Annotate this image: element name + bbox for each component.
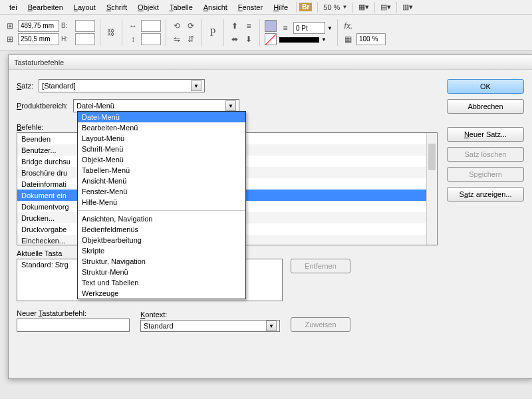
view-mode-1[interactable]: ▦▾ — [356, 3, 372, 11]
dropdown-option[interactable]: Datei-Menü — [78, 112, 245, 122]
neuer-satz-button[interactable]: Neuer Satz... — [447, 127, 524, 142]
dialog-title: Tastaturbefehle — [9, 55, 532, 70]
satz-label: Satz: — [17, 82, 33, 90]
menu-ansicht[interactable]: Ansicht — [198, 1, 233, 13]
dropdown-option[interactable]: Skripte — [78, 245, 245, 256]
rotate-cw-icon[interactable]: ⟳ — [185, 20, 197, 32]
produktbereich-dropdown[interactable]: Datei-Menü ▼ — [73, 99, 239, 112]
speichern-button[interactable]: Speichern — [447, 167, 524, 182]
y-pos-field[interactable]: 250,5 mm — [18, 33, 59, 45]
satz-dropdown[interactable]: [Standard] ▼ — [39, 79, 205, 92]
scrollbar-thumb[interactable] — [428, 144, 436, 170]
dropdown-option[interactable]: Ansicht-Menü — [78, 176, 245, 186]
options-divider — [78, 210, 245, 211]
menu-datei[interactable]: tei — [4, 1, 23, 13]
dropdown-arrow-icon: ▼ — [266, 321, 277, 331]
rotate-icon[interactable]: ⟲ — [171, 20, 183, 32]
dropdown-option[interactable]: Tabellen-Menü — [78, 165, 245, 176]
menu-tabelle[interactable]: Tabelle — [164, 1, 198, 13]
paragraph-icon[interactable]: P — [207, 27, 219, 39]
stroke-weight-icon: ≡ — [279, 22, 291, 34]
scale-x-icon: ↔ — [127, 20, 139, 32]
dropdown-option[interactable]: Bedienfeldmenüs — [78, 224, 245, 235]
dropdown-option[interactable]: Objekt-Menü — [78, 154, 245, 165]
opacity-field[interactable]: 100 % — [356, 33, 386, 45]
y-pos-icon: ⊞ — [4, 33, 16, 45]
dropdown-option[interactable]: Ansichten, Navigation — [78, 213, 245, 224]
dropdown-arrow-icon: ▼ — [191, 80, 201, 91]
control-toolbar: ⊞ 489,75 mm B: ⊞ 250,5 mm H: ⛓ ↔ ↕ ⟲ ⟳ — [0, 15, 532, 51]
menubar: tei Bearbeiten Layout Schrift Objekt Tab… — [0, 0, 532, 15]
flip-h-icon[interactable]: ⇋ — [171, 33, 183, 45]
scale-y-field[interactable] — [141, 33, 161, 45]
satz-anzeigen-button[interactable]: Satz anzeigen... — [447, 187, 524, 201]
menu-layout[interactable]: Layout — [68, 1, 101, 13]
flip-v-icon[interactable]: ⇵ — [185, 33, 197, 45]
dropdown-option[interactable]: Hilfe-Menü — [78, 197, 245, 207]
dropdown-option[interactable]: Text und Tabellen — [78, 277, 245, 288]
align-bot-icon[interactable]: ⬇ — [243, 33, 255, 45]
produktbereich-label: Produktbereich: — [17, 102, 68, 110]
dropdown-option[interactable]: Bearbeiten-Menü — [78, 122, 245, 133]
x-pos-field[interactable]: 489,75 mm — [18, 20, 59, 32]
view-mode-3[interactable]: ▥▾ — [400, 3, 416, 11]
menu-hilfe[interactable]: Hilfe — [268, 1, 293, 13]
link-icon[interactable]: ⛓ — [105, 27, 117, 39]
bridge-badge[interactable]: Br — [299, 3, 312, 11]
stroke-swatch[interactable] — [265, 33, 277, 45]
dropdown-option[interactable]: Schrift-Menü — [78, 144, 245, 154]
dropdown-option[interactable]: Objektbearbeitung — [78, 235, 245, 245]
dropdown-option[interactable]: Struktur, Navigation — [78, 256, 245, 267]
ok-button[interactable]: OK — [447, 79, 524, 94]
kontext-label: Kontext: — [140, 311, 280, 319]
kontext-dropdown[interactable]: Standard ▼ — [140, 320, 280, 332]
view-mode-2[interactable]: ▤▾ — [378, 3, 394, 11]
scale-x-field[interactable] — [141, 20, 161, 32]
fx-icon[interactable]: fx. — [342, 20, 354, 32]
dropdown-option[interactable]: Layout-Menü — [78, 133, 245, 144]
width-field[interactable] — [75, 20, 95, 32]
width-label: B: — [61, 22, 73, 29]
dropdown-option[interactable]: Struktur-Menü — [78, 267, 245, 277]
satz-loeschen-button[interactable]: Satz löschen — [447, 147, 524, 162]
distribute-icon[interactable]: ≡ — [243, 20, 255, 32]
stroke-weight-field[interactable]: 0 Pt — [293, 22, 325, 34]
menu-schrift[interactable]: Schrift — [101, 1, 132, 13]
entfernen-button[interactable]: Entfernen — [291, 259, 350, 273]
stroke-style-preview[interactable] — [279, 37, 319, 43]
scrollbar[interactable] — [426, 133, 437, 245]
scale-y-icon: ↕ — [127, 33, 139, 45]
menu-objekt[interactable]: Objekt — [132, 1, 164, 13]
menu-fenster[interactable]: Fenster — [233, 1, 268, 13]
align-top-icon[interactable]: ⬆ — [229, 20, 241, 32]
produktbereich-options-panel[interactable]: Datei-MenüBearbeiten-MenüLayout-MenüSchr… — [77, 111, 246, 299]
abbrechen-button[interactable]: Abbrechen — [447, 99, 524, 114]
opacity-icon: ▦ — [342, 33, 354, 45]
menu-bearbeiten[interactable]: Bearbeiten — [23, 1, 68, 13]
zoom-level[interactable]: 50 % ▼ — [321, 3, 350, 11]
fill-swatch[interactable] — [265, 20, 277, 32]
zuweisen-button[interactable]: Zuweisen — [291, 317, 350, 332]
dropdown-arrow-icon: ▼ — [225, 100, 236, 111]
height-field[interactable] — [75, 33, 95, 45]
dropdown-option[interactable]: Fenster-Menü — [78, 186, 245, 197]
x-pos-icon: ⊞ — [4, 20, 16, 32]
dropdown-option[interactable]: Werkzeuge — [78, 288, 245, 299]
height-label: H: — [61, 35, 73, 43]
neuer-befehl-input[interactable] — [17, 319, 130, 332]
neuer-befehl-label: Neuer Tastaturbefehl: — [17, 309, 130, 317]
align-mid-icon[interactable]: ⬌ — [229, 33, 241, 45]
